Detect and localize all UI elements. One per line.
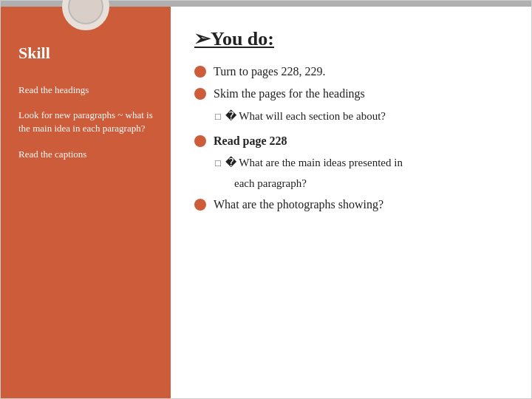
- bullet-turn-pages: Turn to pages 228, 229.: [194, 64, 508, 80]
- sidebar-content: Skill Read the headings Look for new par…: [1, 44, 171, 173]
- bullet-circle-2: [194, 88, 206, 100]
- sidebar: Skill Read the headings Look for new par…: [1, 7, 171, 398]
- sidebar-item-read-headings: Read the headings: [16, 83, 89, 97]
- slide-container: Skill Read the headings Look for new par…: [0, 0, 532, 399]
- right-content: ➢You do: Turn to pages 228, 229. Skim th…: [171, 7, 531, 398]
- indent-each-paragraph: each paragraph?: [234, 175, 508, 192]
- title-caret: ➢: [194, 28, 211, 50]
- sidebar-item-look-paragraphs: Look for new paragraphs ~ what is the ma…: [16, 109, 156, 135]
- sidebar-circle-icon: [62, 0, 109, 30]
- sidebar-item-read-captions: Read the captions: [16, 148, 86, 161]
- bullet-read-page: Read page 228: [194, 133, 508, 149]
- sub-caret-1: □: [215, 110, 221, 123]
- bullet-circle-3: [194, 135, 206, 147]
- bullet-circle-4: [194, 199, 206, 211]
- sub-caret-2: □: [215, 157, 221, 170]
- bullet-skim-headings: Skim the pages for the headings: [194, 86, 508, 102]
- sub-bullet-section: □ � What will each section be about?: [215, 109, 508, 124]
- bullet-photographs: What are the photographs showing?: [194, 197, 508, 213]
- bullet-circle-1: [194, 66, 206, 78]
- you-do-title: ➢You do:: [194, 27, 508, 50]
- sidebar-circle-inner: [68, 0, 103, 24]
- sub-bullet-main-ideas: □ � What are the main ideas presented in: [215, 155, 508, 171]
- sub-bullet-main-ideas-text: � What are the main ideas presented in: [225, 155, 403, 171]
- main-area: Skill Read the headings Look for new par…: [1, 7, 531, 398]
- skill-title: Skill: [16, 44, 50, 63]
